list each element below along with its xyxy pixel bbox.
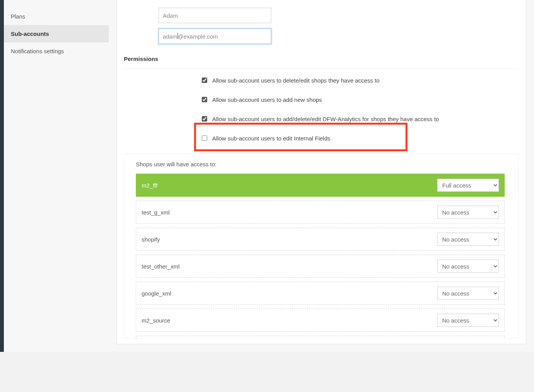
access-select[interactable]: Full accessNo access <box>437 287 499 300</box>
permission-row: Allow sub-account users to add/delete/ed… <box>200 115 519 123</box>
email-input-pre: adam <box>163 33 177 40</box>
shop-row[interactable]: shopifyFull accessNo access <box>136 228 505 251</box>
access-select[interactable]: Full accessNo access <box>437 233 499 246</box>
access-select[interactable]: Full accessNo access <box>437 179 499 192</box>
shops-scroll[interactable]: m2_fffFull accessNo accesstest_g_xmlFull… <box>136 174 507 338</box>
permission-label: Allow sub-account users to edit Internal… <box>212 135 330 142</box>
permission-row: Allow sub-account users to delete/edit s… <box>200 76 519 84</box>
permissions-list: Allow sub-account users to delete/edit s… <box>200 76 519 142</box>
access-select[interactable]: Full accessNo access <box>437 314 499 327</box>
shops-section: Shops user will have access to: m2_fffFu… <box>124 154 519 338</box>
sidebar-item-plans[interactable]: Plans <box>4 8 109 25</box>
shop-name: test_g_xml <box>142 209 170 216</box>
shop-name: m2_source <box>142 317 170 324</box>
shop-name: m2_fff <box>142 182 157 189</box>
permission-checkbox[interactable] <box>202 135 207 141</box>
name-input[interactable] <box>159 8 271 23</box>
permissions-heading: Permissions <box>124 56 519 69</box>
shop-row[interactable]: google_xmlFull accessNo access <box>136 282 505 305</box>
permission-row: Allow sub-account users to edit Internal… <box>200 134 519 142</box>
shop-row[interactable]: test_other_xmlFull accessNo access <box>136 255 505 278</box>
main-content: adam@example.com Permissions Allow sub-a… <box>109 0 534 352</box>
permission-checkbox[interactable] <box>202 78 207 83</box>
access-select[interactable]: Full accessNo access <box>437 206 499 219</box>
permission-checkbox[interactable] <box>202 97 207 102</box>
permission-checkbox[interactable] <box>202 116 207 122</box>
shop-row[interactable]: m2_fffFull accessNo access <box>136 174 505 197</box>
shop-row[interactable]: test_g_xmlFull accessNo access <box>136 201 505 224</box>
left-rail <box>0 0 4 352</box>
permission-label: Allow sub-account users to delete/edit s… <box>212 77 380 84</box>
sidebar-item-sub-accounts[interactable]: Sub-accounts <box>4 25 109 42</box>
shop-name: shopify <box>142 236 160 243</box>
permission-label: Allow sub-account users to add new shops <box>212 96 322 103</box>
shop-row[interactable]: csv_testFull accessNo access <box>136 336 505 338</box>
sidebar-item-notifications-settings[interactable]: Notifications settings <box>4 42 109 60</box>
email-input[interactable]: adam@example.com <box>159 29 271 44</box>
shop-name: test_other_xml <box>142 263 179 270</box>
permission-label: Allow sub-account users to add/delete/ed… <box>212 116 439 122</box>
shop-row[interactable]: m2_sourceFull accessNo access <box>136 309 505 332</box>
permission-row: Allow sub-account users to add new shops <box>200 96 519 103</box>
shops-title: Shops user will have access to: <box>136 161 507 167</box>
access-select[interactable]: Full accessNo access <box>437 260 499 273</box>
settings-sidebar: PlansSub-accountsNotifications settings <box>4 0 109 352</box>
subaccount-card: adam@example.com Permissions Allow sub-a… <box>117 0 526 344</box>
shop-name: google_xml <box>142 290 171 297</box>
email-input-post: @example.com <box>178 33 218 40</box>
